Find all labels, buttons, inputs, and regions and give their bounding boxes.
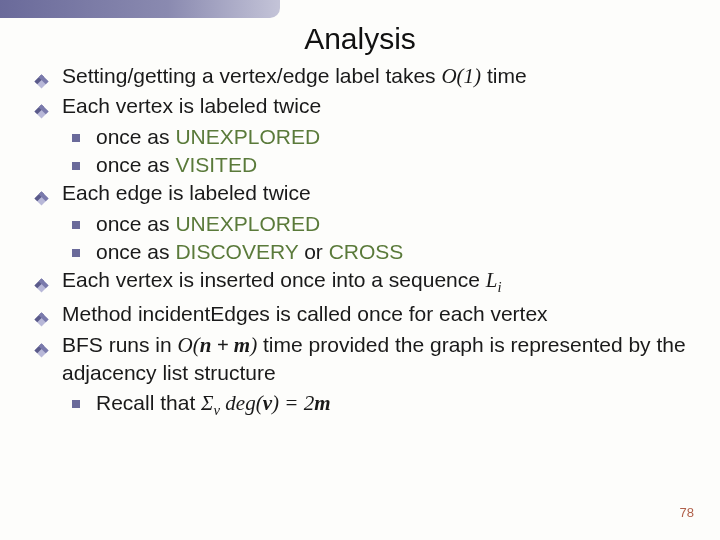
math-args: n + m: [200, 333, 250, 357]
text: Each edge is labeled twice: [62, 181, 311, 204]
square-bullet-icon: [72, 162, 80, 170]
subscript: i: [497, 280, 501, 296]
close: ) = 2: [272, 391, 314, 415]
keyword: DISCOVERY: [175, 240, 298, 263]
diamond-bullet-icon: [34, 306, 49, 334]
diamond-bullet-icon: [34, 185, 49, 213]
text: Method incidentEdges is called once for …: [62, 302, 548, 325]
text: Each vertex is labeled twice: [62, 94, 321, 117]
math-var: L: [486, 268, 498, 292]
square-bullet-icon: [72, 221, 80, 229]
bullet-item: Each edge is labeled twice: [62, 179, 700, 207]
text: BFS runs in: [62, 333, 178, 356]
slide-body: Setting/getting a vertex/edge label take…: [0, 62, 720, 422]
keyword: CROSS: [329, 240, 404, 263]
text: once as: [96, 125, 175, 148]
text: time: [481, 64, 527, 87]
m: m: [314, 391, 330, 415]
slide-title: Analysis: [0, 22, 720, 56]
diamond-bullet-icon: [34, 68, 49, 96]
deg: deg(: [220, 391, 263, 415]
bullet-item: BFS runs in O(n + m) time provided the g…: [62, 331, 700, 388]
text: once as: [96, 153, 175, 176]
text: once as: [96, 240, 175, 263]
sub-bullet-item: once as UNEXPLORED: [96, 210, 700, 238]
bullet-item: Method incidentEdges is called once for …: [62, 300, 700, 328]
bullet-item: Each vertex is labeled twice: [62, 92, 700, 120]
square-bullet-icon: [72, 134, 80, 142]
keyword: VISITED: [175, 153, 257, 176]
bullet-item: Each vertex is inserted once into a sequ…: [62, 266, 700, 298]
square-bullet-icon: [72, 400, 80, 408]
text: Each vertex is inserted once into a sequ…: [62, 268, 486, 291]
diamond-bullet-icon: [34, 337, 49, 365]
text: or: [298, 240, 328, 263]
sub-bullet-item: once as DISCOVERY or CROSS: [96, 238, 700, 266]
math-args: (1): [457, 64, 482, 88]
text: Setting/getting a vertex/edge label take…: [62, 64, 441, 87]
math: O: [441, 64, 456, 88]
square-bullet-icon: [72, 249, 80, 257]
text: once as: [96, 212, 175, 235]
math: O: [178, 333, 193, 357]
diamond-bullet-icon: [34, 272, 49, 300]
page-number: 78: [680, 505, 694, 520]
sub-bullet-item: Recall that Σv deg(v) = 2m: [96, 389, 700, 421]
sub-bullet-item: once as UNEXPLORED: [96, 123, 700, 151]
bullet-item: Setting/getting a vertex/edge label take…: [62, 62, 700, 90]
top-accent-bar: [0, 0, 280, 18]
text: Recall that: [96, 391, 201, 414]
diamond-bullet-icon: [34, 98, 49, 126]
sigma: Σ: [201, 391, 213, 415]
sub-bullet-item: once as VISITED: [96, 151, 700, 179]
keyword: UNEXPLORED: [175, 125, 320, 148]
paren: (: [193, 333, 200, 357]
v: v: [263, 391, 272, 415]
keyword: UNEXPLORED: [175, 212, 320, 235]
